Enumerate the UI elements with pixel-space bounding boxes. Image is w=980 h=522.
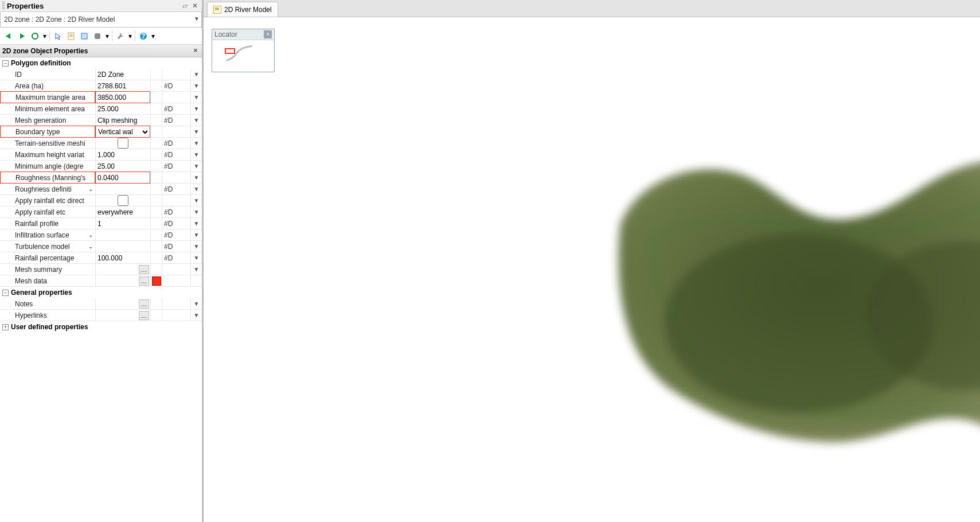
prop-checkbox[interactable] [96, 138, 150, 149]
flag-dropdown[interactable]: ▼ [190, 126, 202, 137]
flag-dropdown[interactable]: ▼ [190, 138, 202, 149]
flag-dropdown[interactable]: ▼ [190, 229, 202, 240]
prop-label: Mesh generation [0, 115, 95, 126]
flag-dropdown[interactable]: ▼ [190, 80, 202, 91]
pointer-tool-button[interactable] [52, 30, 64, 42]
browse-button[interactable]: … [139, 299, 149, 309]
toolbar: ▾ ▾ ▾ ? ▾ [0, 28, 202, 45]
flag-dropdown[interactable]: ▼ [190, 149, 202, 160]
flag-dropdown[interactable]: ▼ [190, 264, 202, 275]
prop-select[interactable]: Vertical wal [96, 126, 150, 138]
close-icon[interactable]: ✕ [190, 1, 200, 10]
highlight-button[interactable] [78, 30, 91, 42]
flag-dropdown[interactable]: ▼ [190, 184, 202, 194]
browse-button[interactable]: … [139, 311, 149, 320]
section-user[interactable]: + User defined properties [0, 321, 202, 333]
svg-marker-1 [20, 33, 25, 39]
tab-label: 2D River Model [224, 6, 272, 14]
flag-dropdown[interactable]: ▼ [190, 172, 202, 183]
prop-input[interactable] [96, 184, 150, 194]
collapse-icon[interactable]: − [2, 60, 9, 67]
prop-input[interactable] [96, 115, 150, 126]
prop-label: Turbulence model ⌄ [0, 241, 95, 252]
prop-input[interactable] [96, 252, 150, 263]
prop-input[interactable] [96, 149, 150, 160]
flag-dropdown[interactable]: ▼ [190, 218, 202, 229]
prop-label: Mesh summary [0, 264, 95, 275]
flag-dropdown[interactable]: ▼ [190, 92, 202, 103]
prop-input[interactable] [96, 80, 150, 91]
nav-forward-button[interactable] [15, 30, 28, 42]
refresh-dropdown-button[interactable]: ▾ [42, 30, 48, 42]
properties-panel: Properties ▱ ✕ ▼ ▾ ▾ ▾ ? ▾ 2D zone Objec… [0, 0, 204, 522]
row-roughdef: Roughness definiti ⌄ #D ▼ [0, 184, 202, 195]
flag-dropdown[interactable]: ▼ [190, 115, 202, 126]
database-dropdown-button[interactable]: ▾ [104, 30, 110, 42]
help-button[interactable]: ? [137, 30, 150, 42]
prop-input[interactable] [96, 241, 150, 252]
flag-dropdown[interactable]: ▼ [190, 298, 202, 309]
prop-input[interactable] [96, 92, 150, 103]
row-meshdata: Mesh data … [0, 275, 202, 287]
prop-input[interactable] [96, 103, 150, 114]
flag-dropdown[interactable]: ▼ [190, 69, 202, 80]
database-button[interactable] [91, 30, 104, 42]
prop-label: Rainfall profile [0, 218, 95, 229]
flag-dropdown[interactable]: ▼ [190, 241, 202, 252]
prop-input[interactable] [96, 161, 150, 172]
nav-back-button[interactable] [2, 30, 15, 42]
breadcrumb-input[interactable] [0, 12, 202, 28]
property-grid: − Polygon definition ID ▼ Area (ha) #D ▼… [0, 57, 202, 522]
prop-input[interactable] [96, 229, 150, 240]
close-subpanel-button[interactable]: × [191, 46, 200, 56]
locator-window[interactable]: Locator × [212, 29, 275, 72]
prop-input[interactable] [96, 218, 150, 229]
tools-button[interactable] [114, 30, 127, 42]
section-label: User defined properties [11, 323, 88, 331]
refresh-button[interactable] [29, 30, 41, 42]
tab-bar: 2D River Model [204, 0, 980, 17]
browse-button[interactable]: … [139, 265, 149, 274]
prop-input[interactable] [96, 207, 150, 217]
row-rainpc: Rainfall percentage #D ▼ [0, 252, 202, 264]
row-meshsum: Mesh summary … ▼ [0, 264, 202, 275]
prop-label: Infiltration surface ⌄ [0, 229, 95, 240]
flag-dropdown[interactable]: ▼ [190, 252, 202, 263]
row-meshgen: Mesh generation #D ▼ [0, 115, 202, 126]
flag-dropdown[interactable]: ▼ [190, 103, 202, 114]
close-locator-button[interactable]: × [264, 30, 272, 38]
tools-dropdown-button[interactable]: ▾ [127, 30, 133, 42]
flag-dropdown[interactable]: ▼ [190, 195, 202, 206]
flag-dropdown[interactable]: ▼ [190, 161, 202, 172]
restore-icon[interactable]: ▱ [180, 1, 189, 10]
prop-label: Minimum element area [0, 103, 95, 114]
section-general[interactable]: − General properties [0, 287, 202, 298]
row-roughness: Roughness (Manning's ▼ [0, 172, 202, 184]
grip-icon [2, 2, 5, 10]
prop-input[interactable] [96, 172, 150, 183]
prop-checkbox[interactable] [96, 195, 150, 206]
collapse-icon[interactable]: − [2, 290, 9, 296]
tab-map[interactable]: 2D River Model [207, 2, 278, 17]
row-maxheight: Maximum height variat #D ▼ [0, 149, 202, 161]
prop-label: Rainfall percentage [0, 252, 95, 263]
breadcrumb-combo[interactable]: ▼ [0, 12, 202, 28]
prop-label: Mesh data [0, 275, 95, 286]
report-button[interactable] [65, 30, 77, 42]
expand-icon[interactable]: + [2, 324, 9, 330]
svg-text:?: ? [141, 32, 145, 40]
section-polygon[interactable]: − Polygon definition [0, 57, 202, 69]
prop-label: ID [0, 69, 95, 80]
row-rainprof: Rainfall profile #D ▼ [0, 218, 202, 229]
locator-map[interactable] [212, 40, 274, 72]
flag-dropdown[interactable]: ▼ [190, 310, 202, 321]
row-maxtri: Maximum triangle area ▼ [0, 92, 202, 103]
browse-button[interactable]: … [139, 276, 149, 286]
row-id: ID ▼ [0, 69, 202, 80]
flag-dropdown[interactable]: ▼ [190, 207, 202, 217]
help-dropdown-button[interactable]: ▾ [150, 30, 156, 42]
row-infil: Infiltration surface ⌄ #D ▼ [0, 229, 202, 241]
prop-input[interactable] [96, 69, 150, 80]
map-canvas[interactable]: Locator × [204, 17, 980, 522]
prop-label: Maximum height variat [0, 149, 95, 160]
